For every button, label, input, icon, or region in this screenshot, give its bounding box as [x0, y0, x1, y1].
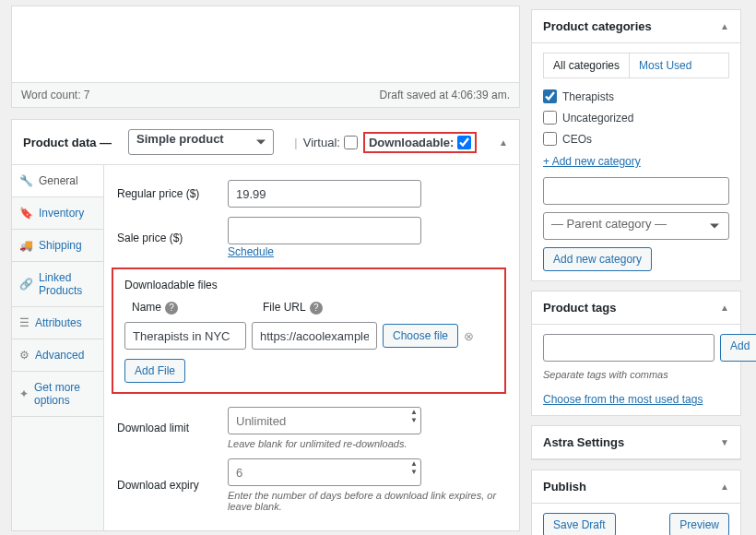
download-limit-help: Leave blank for unlimited re-downloads. [228, 438, 504, 449]
tab-shipping[interactable]: 🚚Shipping [12, 230, 103, 262]
product-data-panel: Product data — Simple product | Virtual:… [11, 119, 520, 531]
category-item[interactable]: CEOs [543, 128, 729, 149]
preview-button[interactable]: Preview [669, 513, 729, 535]
choose-file-button[interactable]: Choose file [383, 324, 458, 348]
download-limit-label: Download limit [117, 422, 228, 434]
tags-note: Separate tags with commas [543, 369, 729, 380]
help-icon[interactable]: ? [310, 302, 323, 315]
categories-title: Product categories [543, 19, 652, 33]
tab-linked-products[interactable]: 🔗Linked Products [12, 262, 103, 307]
downloadable-highlight: Downloadable: [363, 132, 477, 153]
product-data-tabs: 🔧General 🔖Inventory 🚚Shipping 🔗Linked Pr… [12, 165, 104, 530]
new-category-input[interactable] [543, 177, 729, 205]
spin-down-icon[interactable]: ▼ [410, 417, 418, 424]
spin-down-icon[interactable]: ▼ [410, 469, 418, 476]
downloadable-files-title: Downloadable files [124, 279, 493, 297]
astra-title: Astra Settings [543, 435, 624, 449]
panel-collapse-icon[interactable]: ▲ [720, 482, 729, 492]
download-limit-input[interactable] [228, 407, 421, 434]
plus-icon: ✦ [19, 387, 29, 400]
panel-collapse-icon[interactable]: ▲ [720, 303, 729, 313]
gear-icon: ⚙ [19, 349, 30, 362]
spin-up-icon[interactable]: ▲ [410, 409, 418, 416]
download-name-input[interactable] [124, 322, 246, 350]
product-data-title: Product data — [23, 136, 112, 149]
editor-body[interactable] [12, 6, 519, 82]
tab-general[interactable]: 🔧General [12, 165, 103, 197]
dl-name-header: Name [132, 301, 161, 314]
tag-icon: 🔖 [19, 207, 33, 220]
schedule-link[interactable]: Schedule [228, 245, 274, 258]
add-new-category-link[interactable]: + Add new category [543, 155, 641, 168]
tab-all-categories[interactable]: All categories [544, 54, 630, 77]
panel-collapse-icon[interactable]: ▲ [499, 137, 508, 148]
tags-title: Product tags [543, 301, 616, 315]
category-checkbox[interactable] [543, 89, 557, 103]
virtual-label-text: Virtual: [303, 136, 340, 149]
product-categories-panel: Product categories ▲ All categories Most… [531, 9, 741, 281]
draft-saved: Draft saved at 4:06:39 am. [380, 89, 510, 101]
virtual-checkbox[interactable] [344, 136, 358, 149]
remove-row-icon[interactable]: ⊗ [464, 329, 474, 343]
astra-settings-panel: Astra Settings ▼ [531, 425, 741, 460]
category-item[interactable]: Uncategorized [543, 107, 729, 128]
downloadable-checkbox[interactable] [457, 136, 471, 149]
list-icon: ☰ [19, 316, 30, 329]
help-icon[interactable]: ? [165, 302, 178, 315]
tab-inventory[interactable]: 🔖Inventory [12, 197, 103, 230]
most-used-tags-link[interactable]: Choose from the most used tags [543, 393, 703, 406]
word-count: Word count: 7 [21, 89, 89, 101]
category-checkbox[interactable] [543, 132, 557, 146]
add-file-button[interactable]: Add File [124, 359, 185, 383]
dl-url-header: File URL [263, 301, 306, 314]
panel-collapse-icon[interactable]: ▲ [720, 21, 729, 31]
product-type-select[interactable]: Simple product [128, 129, 274, 155]
add-new-category-button[interactable]: Add new category [543, 247, 652, 271]
spin-up-icon[interactable]: ▲ [410, 460, 418, 468]
publish-title: Publish [543, 480, 586, 493]
download-row: Choose file ⊗ [124, 318, 493, 353]
download-url-input[interactable] [252, 322, 377, 350]
tab-attributes[interactable]: ☰Attributes [12, 307, 103, 339]
product-data-content: Regular price ($) Sale price ($) Schedul… [104, 165, 519, 530]
tag-input[interactable] [543, 334, 715, 362]
download-expiry-input[interactable] [228, 458, 421, 486]
sale-price-label: Sale price ($) [117, 232, 228, 244]
category-tabs: All categories Most Used [543, 53, 729, 78]
category-checkbox[interactable] [543, 111, 557, 125]
downloadable-files-section: Downloadable files Name? File URL? Choos… [112, 268, 506, 394]
regular-price-label: Regular price ($) [117, 187, 228, 200]
save-draft-button[interactable]: Save Draft [543, 513, 616, 535]
link-icon: 🔗 [19, 278, 33, 291]
add-tag-button[interactable]: Add [720, 334, 756, 362]
virtual-checkbox-label: Virtual: [303, 136, 358, 149]
panel-expand-icon[interactable]: ▼ [720, 437, 729, 447]
tab-most-used[interactable]: Most Used [630, 54, 701, 77]
tab-advanced[interactable]: ⚙Advanced [12, 339, 103, 372]
downloadable-label-text: Downloadable: [369, 136, 454, 149]
parent-category-select[interactable]: — Parent category — [543, 212, 729, 240]
product-type-value: Simple product [136, 132, 224, 146]
download-expiry-help: Enter the number of days before a downlo… [228, 490, 504, 512]
category-item[interactable]: Therapists [543, 86, 729, 107]
tab-get-more[interactable]: ✦Get more options [12, 372, 103, 417]
publish-panel: Publish ▲ Save Draft Preview [531, 470, 741, 535]
editor-status-bar: Word count: 7 Draft saved at 4:06:39 am. [12, 82, 519, 107]
truck-icon: 🚚 [19, 239, 33, 252]
product-data-header: Product data — Simple product | Virtual:… [12, 120, 519, 165]
regular-price-input[interactable] [228, 180, 421, 208]
content-editor: Word count: 7 Draft saved at 4:06:39 am. [11, 6, 520, 108]
sale-price-input[interactable] [228, 217, 421, 244]
wrench-icon: 🔧 [19, 174, 33, 187]
download-expiry-label: Download expiry [117, 479, 228, 492]
parent-category-value: — Parent category — [551, 217, 667, 231]
product-tags-panel: Product tags ▲ Add Separate tags with co… [531, 291, 741, 416]
